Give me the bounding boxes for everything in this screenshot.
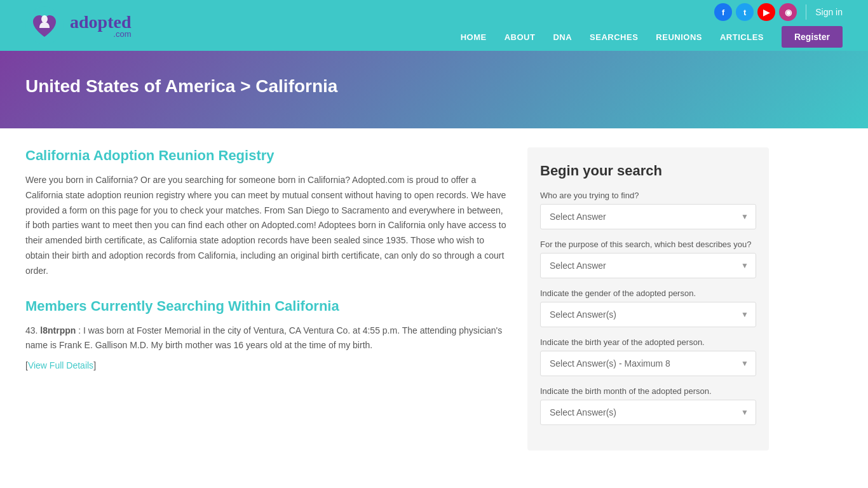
logo-icon	[25, 6, 64, 44]
label-who-find: Who are you trying to find?	[540, 191, 756, 200]
field-describes-you: For the purpose of this search, which be…	[540, 240, 756, 278]
field-who-find: Who are you trying to find? Select Answe…	[540, 191, 756, 229]
select-describes-you[interactable]: Select Answer	[540, 253, 756, 278]
register-button[interactable]: Register	[782, 26, 843, 48]
panel-title: Begin your search	[540, 163, 756, 179]
left-content: California Adoption Reunion Registry Wer…	[25, 147, 508, 451]
field-gender: Indicate the gender of the adopted perso…	[540, 288, 756, 327]
member-entry: 43. l8ntrppn : I was born at Foster Memo…	[25, 323, 508, 374]
select-wrapper-4: Select Answer(s) - Maximum 8 ▼	[540, 351, 756, 376]
label-describes-you: For the purpose of this search, which be…	[540, 240, 756, 249]
section1-title: California Adoption Reunion Registry	[25, 147, 508, 164]
member-id: l8ntrppn	[40, 325, 76, 336]
member-number: 43.	[25, 325, 37, 336]
section2-title: Members Currently Searching Within Calif…	[25, 298, 508, 315]
view-full-details-link[interactable]: View Full Details	[28, 360, 93, 370]
field-birth-year: Indicate the birth year of the adopted p…	[540, 337, 756, 376]
nav-menu: HOME ABOUT DNA SEARCHES REUNIONS ARTICLE…	[461, 26, 843, 48]
label-gender: Indicate the gender of the adopted perso…	[540, 288, 756, 298]
logo-com-text: .com	[70, 30, 131, 38]
member-text: I was born at Foster Memorial in the cit…	[25, 325, 502, 351]
logo-text: adopted .com	[70, 13, 131, 38]
bracket-close: ]	[93, 360, 96, 370]
page-title: United States of America > California	[25, 76, 337, 97]
instagram-icon[interactable]: ◉	[779, 3, 797, 21]
header-divider	[806, 4, 806, 20]
select-birth-year[interactable]: Select Answer(s) - Maximum 8	[540, 351, 756, 376]
select-wrapper-1: Select Answer ▼	[540, 204, 756, 229]
nav-home[interactable]: HOME	[461, 32, 487, 42]
nav-about[interactable]: ABOUT	[505, 32, 536, 42]
youtube-icon[interactable]: ▶	[757, 3, 775, 21]
social-icons: f t ▶ ◉	[714, 3, 797, 21]
select-wrapper-5: Select Answer(s) ▼	[540, 400, 756, 425]
field-birth-month: Indicate the birth month of the adopted …	[540, 386, 756, 425]
select-who-find[interactable]: Select Answer	[540, 204, 756, 229]
hero-banner: United States of America > California	[0, 51, 868, 128]
header: adopted .com f t ▶ ◉ Sign in HOME ABOUT …	[0, 0, 868, 51]
facebook-icon[interactable]: f	[714, 3, 732, 21]
nav-reunions[interactable]: REUNIONS	[656, 32, 702, 42]
main-container: California Adoption Reunion Registry Wer…	[0, 128, 868, 470]
sign-in-link[interactable]: Sign in	[815, 7, 843, 17]
header-right: f t ▶ ◉ Sign in HOME ABOUT DNA SEARCHES …	[461, 3, 843, 48]
select-wrapper-2: Select Answer ▼	[540, 253, 756, 278]
logo-adopted-text: adopted	[70, 13, 131, 31]
select-gender[interactable]: Select Answer(s)	[540, 302, 756, 327]
section1-body: Were you born in California? Or are you …	[25, 173, 508, 279]
nav-searches[interactable]: SEARCHES	[590, 32, 638, 42]
select-birth-month[interactable]: Select Answer(s)	[540, 400, 756, 425]
svg-point-1	[41, 15, 48, 23]
select-wrapper-3: Select Answer(s) ▼	[540, 302, 756, 327]
twitter-icon[interactable]: t	[736, 3, 754, 21]
logo-area: adopted .com	[25, 6, 131, 44]
search-panel: Begin your search Who are you trying to …	[527, 147, 769, 451]
nav-dna[interactable]: DNA	[553, 32, 572, 42]
label-birth-month: Indicate the birth month of the adopted …	[540, 386, 756, 396]
header-top-right: f t ▶ ◉ Sign in	[714, 3, 843, 21]
label-birth-year: Indicate the birth year of the adopted p…	[540, 337, 756, 347]
nav-articles[interactable]: ARTICLES	[720, 32, 764, 42]
member-colon: :	[76, 325, 81, 336]
